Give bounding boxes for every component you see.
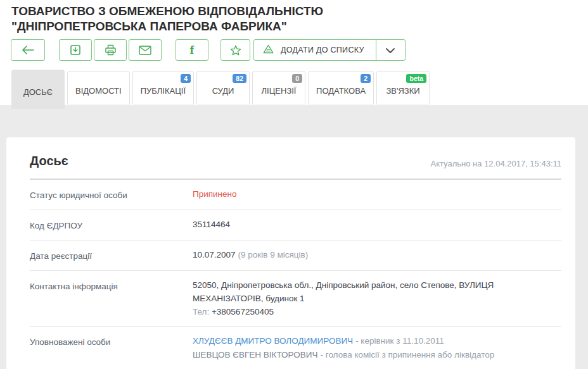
tab-label: ВІДОМОСТІ — [75, 86, 122, 96]
tab-label: ПУБЛІКАЦІЇ — [141, 86, 186, 96]
person-role: - керівник з 11.10.2011 — [355, 336, 444, 346]
tab-label: ЗВ'ЯЗКИ — [386, 86, 419, 96]
tab-label: ДОСЬЄ — [23, 87, 53, 97]
print-button[interactable] — [94, 39, 127, 61]
download-button[interactable] — [59, 39, 92, 61]
tab-dossier[interactable]: ДОСЬЄ — [11, 70, 65, 109]
row-label: Дата реєстрації — [30, 248, 193, 263]
arrow-left-icon — [22, 46, 34, 54]
row-contact-info: Контактна інформація 52050, Дніпропетров… — [30, 271, 561, 327]
count-badge: 2 — [361, 74, 371, 83]
row-status: Статус юридичної особи Припинено — [30, 180, 561, 210]
card-title: Досьє — [30, 154, 68, 168]
row-label: Код ЄДРПОУ — [30, 218, 193, 232]
dossier-card: Досьє Актуально на 12.04.2017, 15:43:11 … — [6, 137, 575, 369]
phone-number: +380567250405 — [212, 307, 274, 316]
tab-label: ЛІЦЕНЗІЇ — [262, 86, 297, 96]
tab-vidomosti[interactable]: ВІДОМОСТІ — [67, 71, 130, 104]
printer-icon — [105, 44, 117, 56]
tab-bar: ДОСЬЄ ВІДОМОСТІ 4 ПУБЛІКАЦІЇ 82 СУДИ 0 Л… — [11, 70, 432, 109]
phone-label: Тел: — [193, 307, 209, 316]
phone-line: Тел: +380567250405 — [193, 305, 561, 318]
count-badge: 4 — [181, 74, 191, 83]
star-icon — [230, 45, 241, 56]
persons-value: ХЛУДЄЄВ ДМИТРО ВОЛОДИМИРОВИЧ- керівник з… — [193, 334, 561, 362]
add-to-list-dropdown[interactable] — [376, 40, 405, 60]
person-line: ШЕВЦОВ ЄВГЕН ВІКТОРОВИЧ- голова комісії … — [193, 348, 561, 362]
tab-publications[interactable]: 4 ПУБЛІКАЦІЇ — [132, 71, 194, 104]
person-role: - голова комісії з припинення або ліквід… — [321, 350, 495, 360]
card-header: Досьє Актуально на 12.04.2017, 15:43:11 — [6, 137, 575, 178]
contact-value: 52050, Дніпропетровська обл., Дніпровськ… — [193, 278, 561, 318]
row-label: Статус юридичної особи — [30, 187, 193, 202]
count-badge: 0 — [292, 74, 302, 83]
toolbar: f ДОДАТИ ДО СПИСКУ — [11, 39, 406, 61]
row-authorized-persons: Уповноважені особи ХЛУДЄЄВ ДМИТРО ВОЛОДИ… — [30, 327, 561, 369]
add-to-list-button[interactable]: ДОДАТИ ДО СПИСКУ — [253, 39, 406, 61]
email-button[interactable] — [129, 39, 162, 61]
envelope-icon — [139, 46, 151, 55]
row-label: Уповноважені особи — [30, 334, 193, 362]
facebook-share-button[interactable]: f — [176, 39, 208, 61]
tab-tax[interactable]: 2 ПОДАТКОВА — [308, 71, 374, 104]
status-value: Припинено — [193, 187, 561, 202]
person-name: ШЕВЦОВ ЄВГЕН ВІКТОРОВИЧ — [193, 350, 318, 360]
row-edrpou: Код ЄДРПОУ 35114464 — [30, 210, 561, 241]
tab-label: СУДИ — [212, 86, 234, 96]
tab-label: ПОДАТКОВА — [316, 86, 366, 96]
row-label: Контактна інформація — [30, 278, 193, 318]
registration-date-value: 10.07.2007(9 років 9 місяців) — [193, 248, 561, 263]
row-registration-date: Дата реєстрації 10.07.2007(9 років 9 міс… — [30, 241, 561, 271]
tab-courts[interactable]: 82 СУДИ — [196, 71, 250, 104]
reg-date: 10.07.2007 — [193, 250, 236, 260]
tab-connections[interactable]: beta ЗВ'ЯЗКИ — [376, 71, 430, 104]
reg-age-note: (9 років 9 місяців) — [238, 250, 309, 260]
person-line: ХЛУДЄЄВ ДМИТРО ВОЛОДИМИРОВИЧ- керівник з… — [193, 334, 561, 348]
beta-badge: beta — [406, 74, 426, 83]
content-background: Досьє Актуально на 12.04.2017, 15:43:11 … — [0, 105, 588, 369]
updated-timestamp: Актуально на 12.04.2017, 15:43:11 — [430, 159, 561, 168]
person-link[interactable]: ХЛУДЄЄВ ДМИТРО ВОЛОДИМИРОВИЧ — [193, 336, 353, 346]
facebook-icon: f — [190, 43, 194, 57]
count-badge: 82 — [233, 74, 246, 83]
back-button[interactable] — [11, 39, 45, 61]
address-text: 52050, Дніпропетровська обл., Дніпровськ… — [193, 278, 561, 305]
download-icon — [70, 44, 81, 56]
tab-licenses[interactable]: 0 ЛІЦЕНЗІЇ — [252, 71, 305, 104]
favorite-button[interactable] — [220, 39, 250, 61]
page-title: ТОВАРИСТВО З ОБМЕЖЕНОЮ ВІДПОВІДАЛЬНІСТЮ … — [11, 4, 366, 34]
edrpou-value: 35114464 — [193, 218, 561, 232]
add-to-list-label: ДОДАТИ ДО СПИСКУ — [281, 46, 364, 54]
list-triangle-icon — [263, 44, 274, 56]
chevron-down-icon — [386, 44, 395, 56]
